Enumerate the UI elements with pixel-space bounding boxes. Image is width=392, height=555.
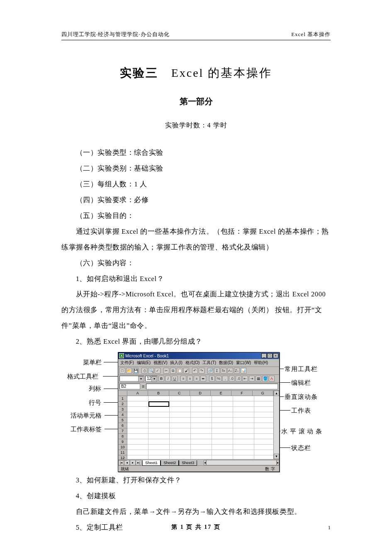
fontsize-combo[interactable]: 12 <box>145 376 158 381</box>
col-header[interactable]: D <box>190 391 211 396</box>
cut-icon[interactable]: ✂ <box>163 368 169 374</box>
save-icon[interactable]: 💾 <box>133 368 139 374</box>
row-header[interactable]: 10 <box>118 445 127 450</box>
indent-dec-icon[interactable]: ⇤ <box>242 376 248 381</box>
scroll-down-icon[interactable]: ▼ <box>274 454 279 459</box>
col-header[interactable]: B <box>148 391 169 396</box>
menu-data[interactable]: 数据(D) <box>219 360 233 366</box>
border-icon[interactable]: ▦ <box>256 376 261 381</box>
font-combo[interactable] <box>119 376 144 381</box>
active-cell[interactable] <box>149 401 169 407</box>
currency-icon[interactable]: $ <box>209 376 215 381</box>
sheet-tab[interactable]: Sheet3 <box>179 460 197 466</box>
col-header[interactable]: F <box>231 391 252 396</box>
open-icon[interactable]: 📂 <box>126 368 132 374</box>
italic-icon[interactable]: I <box>165 376 171 381</box>
percent-icon[interactable]: % <box>216 376 222 381</box>
title-bold: 实验三 <box>120 66 158 79</box>
row-header[interactable]: 6 <box>118 423 127 428</box>
col-header[interactable]: C <box>169 391 190 396</box>
question-4: 4、创建摸板 <box>61 488 331 504</box>
merge-icon[interactable]: ⬌ <box>200 376 206 381</box>
row-header[interactable]: 3 <box>118 407 127 412</box>
row-header[interactable]: 1 <box>118 396 127 401</box>
sum-icon[interactable]: Σ <box>214 368 220 374</box>
worksheet-grid: 1 2 3 4 5 6 7 8 9 10 11 12 A B <box>118 391 279 459</box>
page-header: 四川理工学院·经济与管理学院·办公自动化 Excel 基本操作 <box>61 31 331 40</box>
dec-decimal-icon[interactable]: .0 <box>236 376 241 381</box>
tab-last-icon[interactable]: ▸| <box>136 460 141 465</box>
copy-icon[interactable]: ⧉ <box>170 368 176 374</box>
menu-view[interactable]: 视图(V) <box>153 360 167 366</box>
preview-icon[interactable]: 🔍 <box>148 368 154 374</box>
item-5-para: 通过实训掌握 Excel 的一些基本操作方法。（包括：掌握 Excel 的基本操… <box>61 224 331 255</box>
document-page: 四川理工学院·经济与管理学院·办公自动化 Excel 基本操作 实验三 Exce… <box>0 0 392 555</box>
page-footer: 第 1 页 共 17 页 <box>0 523 392 531</box>
sort-desc-icon[interactable]: Z↓ <box>234 368 240 374</box>
item-1: （一）实验类型：综合实验 <box>61 145 331 161</box>
tab-next-icon[interactable]: ▸ <box>130 460 136 465</box>
new-icon[interactable]: □ <box>119 368 125 374</box>
row-header[interactable]: 12 <box>118 455 127 461</box>
label-toolbar: 常用工具栏 <box>285 365 318 373</box>
align-center-icon[interactable]: ≡ <box>187 376 193 381</box>
align-left-icon[interactable]: ≡ <box>180 376 186 381</box>
redo-icon[interactable]: ↷ <box>199 368 205 374</box>
bold-icon[interactable]: B <box>158 376 164 381</box>
row-header[interactable]: 4 <box>118 412 127 418</box>
print-icon[interactable]: ⎙ <box>141 368 147 374</box>
scroll-track[interactable] <box>206 460 277 465</box>
comma-icon[interactable]: , <box>222 376 228 381</box>
row-header[interactable]: 11 <box>118 450 127 455</box>
sheet-tab[interactable]: Sheet1 <box>142 460 161 466</box>
document-subtitle: 第一部分 <box>61 96 331 107</box>
align-right-icon[interactable]: ≡ <box>194 376 200 381</box>
row-header[interactable]: 8 <box>118 434 127 439</box>
chart-icon[interactable]: 📊 <box>241 368 246 374</box>
menu-format[interactable]: 格式(O) <box>185 360 200 366</box>
horizontal-scrollbar[interactable]: ◂ ▸ <box>204 460 279 465</box>
scroll-track[interactable] <box>274 396 279 454</box>
font-color-icon[interactable]: A <box>269 376 275 381</box>
row-header[interactable]: 2 <box>118 401 127 407</box>
row-header[interactable]: 9 <box>118 439 127 445</box>
col-header[interactable]: G <box>253 391 273 396</box>
excel-window: X Microsoft Excel - Book1 _ □ × 文件(F) 编辑… <box>118 352 280 472</box>
col-header[interactable]: E <box>211 391 231 396</box>
link-icon[interactable]: 🔗 <box>207 368 213 374</box>
name-box[interactable]: B2 <box>119 384 140 389</box>
paste-icon[interactable]: 📋 <box>177 368 183 374</box>
menu-file[interactable]: 文件(F) <box>120 360 134 366</box>
scroll-up-icon[interactable]: ▲ <box>274 391 279 396</box>
fx-icon[interactable]: fx <box>221 368 226 374</box>
minimize-button[interactable]: _ <box>261 353 267 358</box>
underline-icon[interactable]: U <box>172 376 178 381</box>
cells-area[interactable] <box>127 396 273 459</box>
spell-icon[interactable]: ✓ <box>155 368 161 374</box>
menu-edit[interactable]: 编辑(E) <box>137 360 151 366</box>
sheet-tab[interactable]: Sheet2 <box>161 460 179 466</box>
formula-input[interactable] <box>146 384 278 389</box>
menu-help[interactable]: 帮助(H) <box>254 360 268 366</box>
maximize-button[interactable]: □ <box>267 353 273 358</box>
row-header[interactable]: 7 <box>118 428 127 434</box>
fmt-painter-icon[interactable]: 🖌 <box>183 368 189 374</box>
document-title: 实验三 Excel 的基本操作 <box>61 65 331 81</box>
undo-icon[interactable]: ↶ <box>192 368 198 374</box>
fill-color-icon[interactable]: 🪣 <box>262 376 268 381</box>
col-header[interactable]: A <box>127 391 148 396</box>
inc-decimal-icon[interactable]: .0 <box>229 376 235 381</box>
close-button[interactable]: × <box>273 353 278 358</box>
scroll-right-icon[interactable]: ▸ <box>277 460 279 465</box>
vertical-scrollbar[interactable]: ▲ ▼ <box>273 391 279 459</box>
indent-inc-icon[interactable]: ⇥ <box>249 376 255 381</box>
menu-tools[interactable]: 工具(T) <box>202 360 216 366</box>
label-editbar: 编辑栏 <box>291 379 311 387</box>
menu-window[interactable]: 窗口(W) <box>236 360 251 366</box>
row-header[interactable]: 5 <box>118 418 127 423</box>
sort-asc-icon[interactable]: A↓ <box>227 368 233 374</box>
row-headers: 1 2 3 4 5 6 7 8 9 10 11 12 <box>118 391 127 459</box>
item-6: （六）实验内容： <box>61 255 331 271</box>
select-all-corner[interactable] <box>118 391 127 396</box>
menu-insert[interactable]: 插入(I) <box>170 360 182 366</box>
